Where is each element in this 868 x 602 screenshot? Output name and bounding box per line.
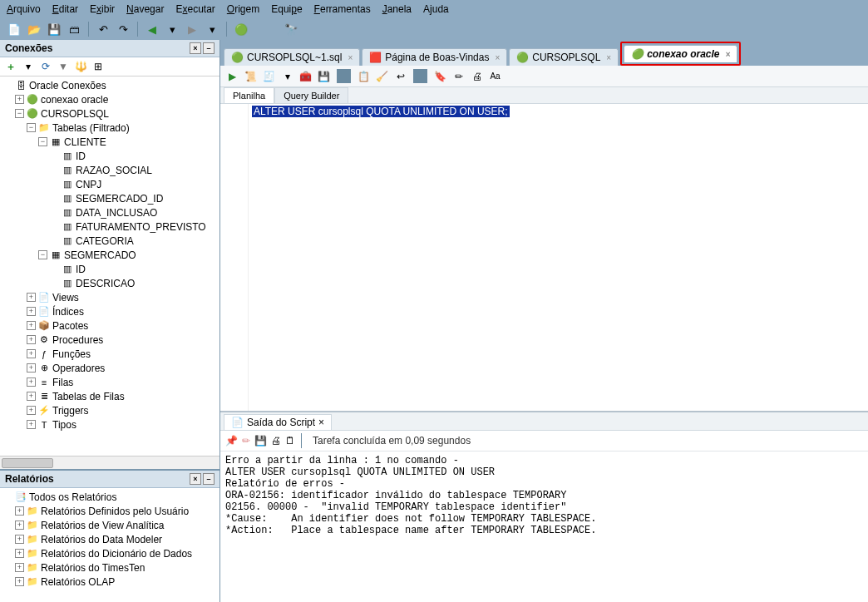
panel-close-icon[interactable]: ×	[190, 473, 201, 485]
close-icon[interactable]: ×	[723, 50, 731, 59]
tree-item[interactable]: +📁Relatórios de View Analítica	[3, 518, 218, 532]
tree-item[interactable]: +📁Relatórios do Dicionário de Dados	[3, 546, 218, 560]
menu-ajuda[interactable]: Ajuda	[423, 3, 449, 15]
panel-min-icon[interactable]: –	[203, 473, 215, 485]
editor-tab[interactable]: 🟥Página de Boas-Vindas×	[362, 48, 507, 66]
tree-toggle-icon[interactable]: +	[15, 549, 24, 558]
tree-item[interactable]: ▥ID	[3, 149, 218, 163]
tree-item[interactable]: +📁Relatórios OLAP	[3, 575, 218, 589]
tree-item[interactable]: ▥CNPJ	[3, 177, 218, 191]
tree-item[interactable]: +⚙Procedures	[3, 333, 218, 347]
menu-executar[interactable]: Executar	[175, 3, 215, 15]
tree-toggle-icon[interactable]: +	[27, 349, 36, 358]
filter-icon[interactable]: ▼	[57, 60, 70, 73]
tree-item[interactable]: ▥CATEGORIA	[3, 234, 218, 248]
editor-tab[interactable]: 🟢CURSOPLSQL×	[509, 48, 619, 66]
tree-item[interactable]: −🟢CURSOPLSQL	[3, 106, 218, 121]
back-icon[interactable]: ◀	[145, 22, 160, 37]
undo-icon[interactable]: ↶	[96, 22, 111, 37]
tab-planilha[interactable]: Planilha	[224, 87, 274, 103]
tree-item[interactable]: +⚡Triggers	[3, 403, 218, 417]
fwd-icon[interactable]: ▶	[185, 22, 200, 37]
pin-icon[interactable]: 📌	[225, 435, 238, 447]
panel-min-icon[interactable]: –	[203, 42, 215, 54]
sql-icon[interactable]: 🟢	[234, 22, 249, 37]
save-out-icon[interactable]: 💾	[254, 435, 267, 447]
sql-text[interactable]: ALTER USER cursoplsql QUOTA UNLIMITED ON…	[252, 106, 510, 117]
close-icon[interactable]: ×	[604, 53, 611, 62]
tree-item[interactable]: +📄Views	[3, 290, 218, 304]
tree-item[interactable]: +📦Pacotes	[3, 318, 218, 333]
new-icon[interactable]: 📄	[7, 22, 22, 37]
tree-item[interactable]: ▥SEGMERCADO_ID	[3, 191, 218, 205]
tab-script-output[interactable]: 📄 Saída do Script ×	[224, 414, 332, 430]
tree-item[interactable]: +📁Relatórios do TimesTen	[3, 560, 218, 575]
output-text[interactable]: Erro a partir da linha : 1 no comando - …	[220, 452, 868, 602]
save-icon[interactable]: 💾	[47, 22, 62, 37]
add-conn-icon[interactable]: ＋	[4, 60, 17, 73]
tree-toggle-icon[interactable]: +	[27, 321, 36, 330]
explain-icon[interactable]: 🧾	[262, 69, 276, 83]
tree-toggle-icon[interactable]: +	[15, 563, 24, 572]
tree-toggle-icon[interactable]: +	[15, 577, 24, 586]
tree-toggle-icon[interactable]: +	[27, 363, 36, 373]
menu-exibir[interactable]: Exibir	[90, 3, 115, 15]
tree-toggle-icon[interactable]: +	[27, 392, 36, 401]
panel-close-icon[interactable]: ×	[190, 42, 201, 54]
tree-toggle-icon[interactable]: −	[15, 109, 24, 118]
print-out-icon[interactable]: 🖨	[271, 435, 281, 447]
reports-tree[interactable]: 📑Todos os Relatórios+📁Relatórios Definid…	[0, 488, 219, 602]
print-icon[interactable]: 🖨	[470, 69, 484, 83]
tree-toggle-icon[interactable]: +	[15, 95, 24, 104]
tree-item[interactable]: −▦SEGMERCADO	[3, 248, 218, 262]
tree-toggle-icon[interactable]: +	[27, 293, 36, 302]
grid-icon[interactable]: ⊞	[91, 60, 105, 73]
tab-query-builder[interactable]: Query Builder	[274, 87, 348, 103]
menu-navegar[interactable]: Navegar	[126, 3, 164, 15]
tree-item[interactable]: +📄Índices	[3, 304, 218, 318]
refresh-conn-icon[interactable]: ⟳	[39, 60, 52, 73]
tree-toggle-icon[interactable]: +	[15, 506, 24, 516]
run-script-icon[interactable]: 📜	[244, 69, 258, 83]
menu-equipe[interactable]: Equipe	[271, 3, 302, 15]
open-icon[interactable]: 📂	[27, 22, 42, 37]
tree-toggle-icon[interactable]: +	[27, 377, 36, 387]
editor-tab[interactable]: 🟢conexao oracle×	[624, 45, 737, 62]
tree-item[interactable]: 📑Todos os Relatórios	[3, 490, 218, 504]
back-dd-icon[interactable]: ▾	[165, 22, 180, 37]
tree-item[interactable]: +⊕Operadores	[3, 361, 218, 375]
binoculars-icon[interactable]: 🔭	[284, 22, 298, 37]
tree-item[interactable]: +📁Relatórios do Data Modeler	[3, 532, 218, 546]
tree-item[interactable]: +📁Relatórios Definidos pelo Usuário	[3, 504, 218, 518]
case-icon[interactable]: Aa	[488, 69, 502, 83]
rollback-icon[interactable]: ↩	[393, 69, 407, 83]
tree-item[interactable]: ▥DESCRICAO	[3, 276, 218, 290]
save-all-icon[interactable]: 🗃	[67, 22, 81, 37]
edit-icon[interactable]: ✏	[451, 69, 466, 83]
tree-toggle-icon[interactable]: +	[27, 307, 36, 316]
tree-item[interactable]: +TTipos	[3, 417, 218, 432]
tree-toggle-icon[interactable]: +	[27, 335, 36, 344]
autotrace-icon[interactable]: 🧰	[298, 69, 313, 83]
menu-editar[interactable]: Editar	[52, 3, 78, 15]
tree-item[interactable]: ▥DATA_INCLUSAO	[3, 205, 218, 220]
add-conn-dd-icon[interactable]: ▾	[22, 60, 35, 73]
clear-icon[interactable]: 🧹	[375, 69, 389, 83]
tree-item[interactable]: +🟢conexao oracle	[3, 92, 218, 106]
tree-item[interactable]: ▥FATURAMENTO_PREVISTO	[3, 220, 218, 234]
tree-item[interactable]: +≣Tabelas de Filas	[3, 389, 218, 403]
close-icon[interactable]: ×	[492, 53, 500, 62]
fwd-dd-icon[interactable]: ▾	[205, 22, 219, 37]
run-icon[interactable]: ▶	[225, 69, 239, 83]
tree-toggle-icon[interactable]: −	[38, 250, 47, 259]
sql-hist-icon[interactable]: 📋	[357, 69, 371, 83]
close-icon[interactable]: ×	[345, 53, 353, 62]
menu-arquivo[interactable]: Arquivo	[7, 3, 41, 15]
tree-toggle-icon[interactable]: +	[15, 521, 24, 530]
tree-toggle-icon[interactable]: +	[27, 420, 36, 429]
bookmark-icon[interactable]: 🔖	[433, 69, 447, 83]
redo-icon[interactable]: ↷	[116, 22, 131, 37]
tree-icon[interactable]: 🔱	[74, 60, 87, 73]
tree-toggle-icon[interactable]: +	[27, 406, 36, 415]
commit-icon[interactable]: 💾	[317, 69, 331, 83]
